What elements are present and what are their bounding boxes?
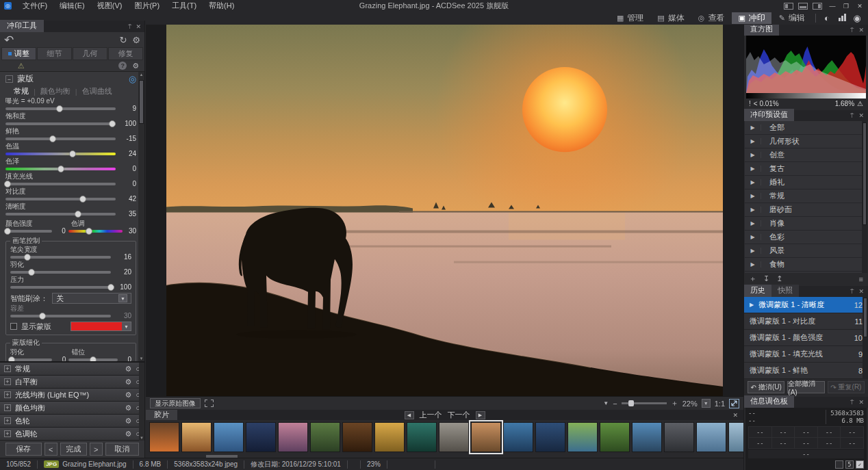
slider-thumb[interactable] xyxy=(58,166,64,172)
slider-thumb[interactable] xyxy=(4,228,11,235)
expand-arrow-icon[interactable]: ▶ xyxy=(745,166,761,172)
history-item[interactable]: 微调蒙版 1 - 对比度 11 xyxy=(744,313,868,330)
expand-icon[interactable]: + xyxy=(4,430,11,437)
expand-icon[interactable]: + xyxy=(4,404,11,411)
histogram-tab[interactable]: 直方图 xyxy=(744,25,779,36)
expand-icon[interactable]: + xyxy=(4,378,11,385)
zoom-in-icon[interactable]: ＋ xyxy=(671,398,678,408)
menu-item[interactable]: 编辑(E) xyxy=(54,0,90,12)
auto-gear-icon[interactable]: ⚙ xyxy=(132,62,139,70)
slider-thumb[interactable] xyxy=(56,105,63,112)
menu-item[interactable]: 帮助(H) xyxy=(203,0,240,12)
save-button[interactable]: 保存 xyxy=(5,443,42,456)
zoom-slider[interactable] xyxy=(622,402,667,404)
layout-bottom-panel-icon[interactable] xyxy=(798,3,808,10)
develop-tab[interactable]: 几何 xyxy=(73,47,107,60)
mask-target-icon[interactable]: ◎ xyxy=(129,74,136,84)
settings-gear-icon[interactable]: ⚙ xyxy=(132,35,140,45)
quick-view-icon[interactable]: ◉ xyxy=(850,13,864,23)
smart-brushing-dropdown[interactable]: 关 ▼ xyxy=(52,293,131,304)
mask-section-header[interactable]: − 蒙版 ◎ xyxy=(5,73,136,85)
pin-icon[interactable]: ⍑ xyxy=(128,23,131,31)
slider-thumb[interactable] xyxy=(49,135,56,142)
thumbnail[interactable] xyxy=(567,422,598,452)
history-item[interactable]: 微调蒙版 1 - 鲜艳 8 xyxy=(744,363,868,379)
mode-button[interactable]: ▤ 媒体 xyxy=(651,12,690,24)
refine-offset-track[interactable] xyxy=(68,358,118,361)
history-item[interactable]: 微调蒙版 1 - 清晰度 12 xyxy=(744,297,868,313)
thumbnail[interactable] xyxy=(600,422,630,452)
highlight-clip-icon[interactable]: ⚠ xyxy=(857,100,863,107)
mask-color-picker[interactable]: ▼ xyxy=(71,322,131,331)
presets-scrollbar[interactable] xyxy=(862,121,867,273)
thumbnail[interactable] xyxy=(181,422,212,452)
slider-thumb[interactable] xyxy=(28,269,35,276)
previous-label[interactable]: 上一个 xyxy=(420,410,442,420)
preset-category[interactable]: ▶ 食物 xyxy=(745,258,867,272)
menu-item[interactable]: 文件(F) xyxy=(17,0,53,12)
slider-thumb[interactable] xyxy=(90,356,97,362)
slider-track[interactable] xyxy=(5,183,116,185)
thumbnail[interactable] xyxy=(664,422,694,452)
zoom-out-icon[interactable]: − xyxy=(613,400,617,408)
history-scrollbar[interactable] xyxy=(863,297,868,379)
history-item[interactable]: 微调蒙版 1 - 填充光线 9 xyxy=(744,346,868,363)
section-gear-icon[interactable]: ⚙ xyxy=(125,417,131,426)
slider-track[interactable] xyxy=(10,256,111,259)
preset-category[interactable]: ▶ 几何形状 xyxy=(745,135,867,148)
slider-thumb[interactable] xyxy=(75,211,81,218)
hue-track[interactable] xyxy=(68,230,123,233)
left-scrollbar[interactable]: ▲ ▼ xyxy=(138,72,144,361)
pin-icon[interactable]: ⍑ xyxy=(850,112,854,120)
dashboard-icon[interactable] xyxy=(835,13,849,23)
subtab-color-eq[interactable]: 颜色均衡 xyxy=(40,86,71,96)
slider-thumb[interactable] xyxy=(86,228,92,235)
develop-tab[interactable]: 调整 xyxy=(1,47,36,60)
fullscreen-corners-icon[interactable] xyxy=(205,400,214,407)
preset-category[interactable]: ▶ 复古 xyxy=(745,162,867,176)
thumbnail[interactable] xyxy=(503,422,533,452)
section-gear-icon[interactable]: ⚙ xyxy=(125,391,131,400)
thumbnail[interactable] xyxy=(471,422,501,452)
expand-arrow-icon[interactable]: ▶ xyxy=(745,152,761,158)
thumbnail[interactable] xyxy=(246,422,276,452)
preset-options-icon[interactable]: ≡ xyxy=(859,275,863,283)
zoom-slider-thumb[interactable] xyxy=(628,400,634,406)
expand-arrow-icon[interactable]: ▶ xyxy=(745,261,761,267)
swatch-toggle-icon[interactable] xyxy=(835,460,843,469)
info-palette-tab[interactable]: 信息调色板 xyxy=(744,395,794,408)
expand-arrow-icon[interactable]: ▶ xyxy=(745,179,761,185)
slider-track[interactable] xyxy=(5,107,116,110)
preset-category[interactable]: ▶ 肖像 xyxy=(745,217,867,231)
restore-settings-icon[interactable]: ↻ xyxy=(119,35,127,45)
preset-category[interactable]: ▶ 磨砂面 xyxy=(745,203,867,217)
collapsed-section[interactable]: + 颜色均衡 ⚙ ○ xyxy=(0,402,144,415)
expand-arrow-icon[interactable]: ▶ xyxy=(745,248,761,254)
thumbnail[interactable] xyxy=(407,422,437,452)
section-gear-icon[interactable]: ⚙ xyxy=(125,378,131,387)
close-icon[interactable]: ✕ xyxy=(136,23,141,31)
collapsed-section[interactable]: + 白平衡 ⚙ ○ xyxy=(0,376,144,389)
add-preset-icon[interactable]: ＋ xyxy=(749,274,756,284)
refine-feather-track[interactable] xyxy=(10,358,52,361)
menu-item[interactable]: 工具(T) xyxy=(166,0,202,12)
image-canvas[interactable] xyxy=(146,25,743,396)
cancel-button[interactable]: 取消 xyxy=(105,443,139,456)
thumbnail[interactable] xyxy=(374,422,405,452)
history-tab[interactable]: 历史 xyxy=(744,285,771,297)
sample-size-button[interactable]: 5 xyxy=(845,460,854,469)
export-preset-icon[interactable]: ↥ xyxy=(776,274,782,283)
redo-button[interactable]: ↷重复(R) xyxy=(828,381,865,393)
slider-track[interactable] xyxy=(5,153,116,155)
subtab-general[interactable]: 常规 xyxy=(14,86,29,96)
import-preset-icon[interactable]: ↧ xyxy=(763,274,769,283)
undo-icon[interactable]: ↶ xyxy=(4,33,14,47)
slider-track[interactable] xyxy=(5,122,116,125)
slider-track[interactable] xyxy=(10,286,111,289)
preset-category[interactable]: ▶ 婚礼 xyxy=(745,176,867,190)
thumbnail[interactable] xyxy=(310,422,340,452)
thumbnail[interactable] xyxy=(278,422,308,452)
next-image-button[interactable]: > xyxy=(90,443,103,456)
thumbnail[interactable] xyxy=(214,422,244,452)
undo-all-button[interactable]: 全部撤消(A) xyxy=(787,381,824,393)
